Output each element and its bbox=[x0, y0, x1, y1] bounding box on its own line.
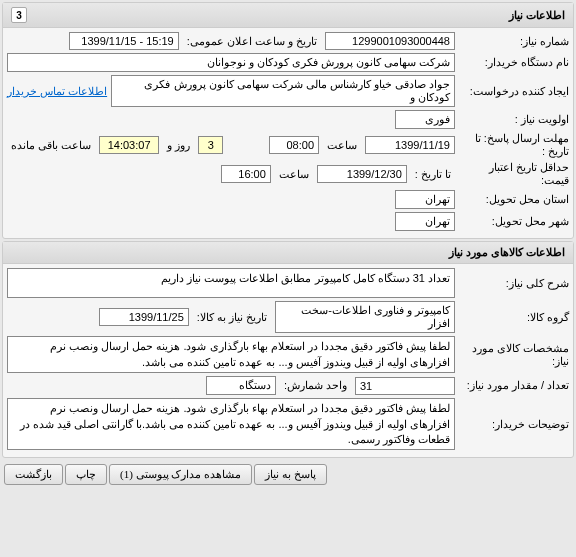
goods-spec-label: مشخصات کالای مورد نیاز: bbox=[459, 342, 569, 368]
row-deadline: مهلت ارسال پاسخ: تا تاریخ : 1399/11/19 س… bbox=[7, 132, 569, 158]
priority-field: فوری bbox=[395, 110, 455, 129]
goods-info-panel: اطلاعات کالاهای مورد نیاز شرح کلی نیاز: … bbox=[2, 241, 574, 458]
delivery-city-label: شهر محل تحویل: bbox=[459, 215, 569, 228]
remaining-days-label: روز و bbox=[163, 139, 194, 152]
general-desc-field: تعداد 31 دستگاه کامل کامپیوتر مطابق اطلا… bbox=[7, 268, 455, 298]
goods-date-label: تاریخ نیاز به کالا: bbox=[193, 311, 271, 324]
contact-link[interactable]: اطلاعات تماس خریدار bbox=[7, 85, 107, 98]
announce-time-label: تاریخ و ساعت اعلان عمومی: bbox=[183, 35, 321, 48]
row-request-creator: ایجاد کننده درخواست: جواد صادقی خیاو کار… bbox=[7, 75, 569, 107]
panel1-header: اطلاعات نیاز 3 bbox=[3, 3, 573, 28]
row-need-number: شماره نیاز: 1299001093000448 تاریخ و ساع… bbox=[7, 32, 569, 50]
row-buyer-notes: توضیحات خریدار: لطفا پیش فاکتور دقیق مجد… bbox=[7, 398, 569, 450]
remaining-time-label: ساعت باقی مانده bbox=[7, 139, 95, 152]
min-validity-from-label: تا تاریخ : bbox=[411, 168, 455, 181]
goods-group-field: کامپیوتر و فناوری اطلاعات-سخت افزار bbox=[275, 301, 455, 333]
row-min-validity: حداقل تاریخ اعتبار قیمت: تا تاریخ : 1399… bbox=[7, 161, 569, 187]
remaining-days-field: 3 bbox=[198, 136, 223, 154]
row-buyer-org: نام دستگاه خریدار: شرکت سهامی کانون پرور… bbox=[7, 53, 569, 72]
general-desc-label: شرح کلی نیاز: bbox=[459, 277, 569, 290]
attachments-button[interactable]: مشاهده مدارک پیوستی (1) bbox=[109, 464, 252, 485]
panel2-body: شرح کلی نیاز: تعداد 31 دستگاه کامل کامپی… bbox=[3, 264, 573, 457]
row-delivery-city: شهر محل تحویل: تهران bbox=[7, 212, 569, 231]
deadline-date-field: 1399/11/19 bbox=[365, 136, 455, 154]
row-delivery-province: استان محل تحویل: تهران bbox=[7, 190, 569, 209]
unit-label: واحد شمارش: bbox=[280, 379, 351, 392]
goods-date-field: 1399/11/25 bbox=[99, 308, 189, 326]
request-creator-field: جواد صادقی خیاو کارشناس مالی شرکت سهامی … bbox=[111, 75, 455, 107]
buyer-org-label: نام دستگاه خریدار: bbox=[459, 56, 569, 69]
deadline-label: مهلت ارسال پاسخ: تا تاریخ : bbox=[459, 132, 569, 158]
need-number-field: 1299001093000448 bbox=[325, 32, 455, 50]
delivery-province-field: تهران bbox=[395, 190, 455, 209]
panel2-title: اطلاعات کالاهای مورد نیاز bbox=[449, 246, 565, 259]
row-goods-group: گروه کالا: کامپیوتر و فناوری اطلاعات-سخت… bbox=[7, 301, 569, 333]
buyer-notes-field: لطفا پیش فاکتور دقیق مجددا در استعلام به… bbox=[7, 398, 455, 450]
buyer-notes-label: توضیحات خریدار: bbox=[459, 418, 569, 431]
panel1-body: شماره نیاز: 1299001093000448 تاریخ و ساع… bbox=[3, 28, 573, 238]
request-creator-label: ایجاد کننده درخواست: bbox=[459, 85, 569, 98]
quantity-field: 31 bbox=[355, 377, 455, 395]
goods-group-label: گروه کالا: bbox=[459, 311, 569, 324]
unit-field: دستگاه bbox=[206, 376, 276, 395]
announce-time-field: 15:19 - 1399/11/15 bbox=[69, 32, 179, 50]
print-button[interactable]: چاپ bbox=[65, 464, 107, 485]
panel1-title: اطلاعات نیاز bbox=[509, 9, 565, 22]
min-validity-label: حداقل تاریخ اعتبار قیمت: bbox=[459, 161, 569, 187]
row-general-desc: شرح کلی نیاز: تعداد 31 دستگاه کامل کامپی… bbox=[7, 268, 569, 298]
panel2-header: اطلاعات کالاهای مورد نیاز bbox=[3, 242, 573, 264]
min-validity-date-field: 1399/12/30 bbox=[317, 165, 407, 183]
button-bar: پاسخ به نیاز مشاهده مدارک پیوستی (1) چاپ… bbox=[0, 460, 576, 489]
row-goods-spec: مشخصات کالای مورد نیاز: لطفا پیش فاکتور … bbox=[7, 336, 569, 373]
delivery-city-field: تهران bbox=[395, 212, 455, 231]
delivery-province-label: استان محل تحویل: bbox=[459, 193, 569, 206]
priority-label: اولویت نیاز : bbox=[459, 113, 569, 126]
goods-spec-field: لطفا پیش فاکتور دقیق مجددا در استعلام به… bbox=[7, 336, 455, 373]
remaining-time-field: 14:03:07 bbox=[99, 136, 159, 154]
back-button[interactable]: بازگشت bbox=[4, 464, 63, 485]
quantity-label: تعداد / مقدار مورد نیاز: bbox=[459, 379, 569, 392]
row-quantity: تعداد / مقدار مورد نیاز: 31 واحد شمارش: … bbox=[7, 376, 569, 395]
min-validity-time-label: ساعت bbox=[275, 168, 313, 181]
deadline-time-field: 08:00 bbox=[269, 136, 319, 154]
deadline-time-label: ساعت bbox=[323, 139, 361, 152]
min-validity-time-field: 16:00 bbox=[221, 165, 271, 183]
row-priority: اولویت نیاز : فوری bbox=[7, 110, 569, 129]
respond-button[interactable]: پاسخ به نیاز bbox=[254, 464, 327, 485]
need-number-label: شماره نیاز: bbox=[459, 35, 569, 48]
buyer-org-field: شرکت سهامی کانون پرورش فکری کودکان و نوج… bbox=[7, 53, 455, 72]
need-info-panel: اطلاعات نیاز 3 شماره نیاز: 1299001093000… bbox=[2, 2, 574, 239]
panel1-number: 3 bbox=[11, 7, 27, 23]
